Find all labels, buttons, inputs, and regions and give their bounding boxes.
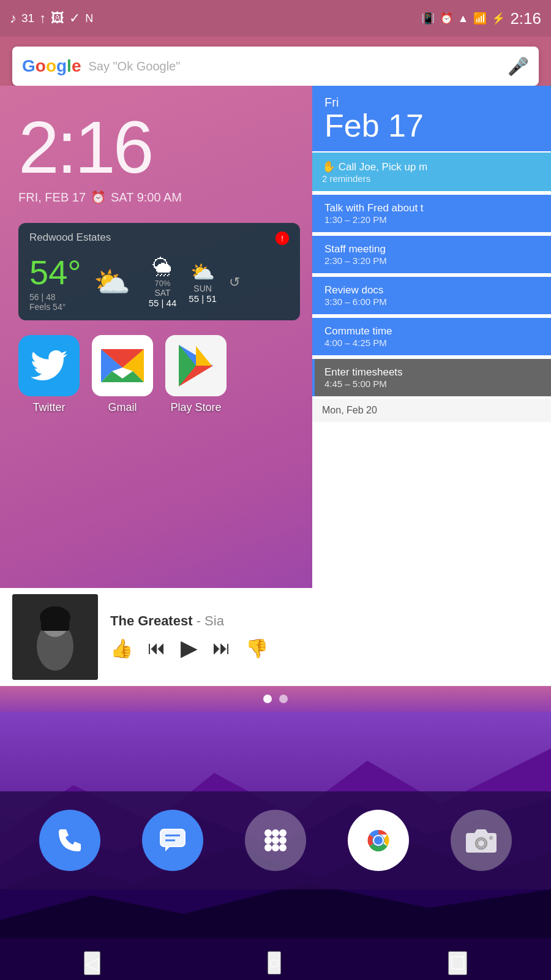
svg-point-46	[489, 836, 493, 840]
svg-point-32	[272, 829, 279, 837]
svg-marker-14	[196, 346, 212, 366]
thumbs-down-button[interactable]: 👎	[246, 638, 268, 659]
svg-rect-26	[160, 829, 185, 846]
cal-event-5-time: 4:45 – 5:00 PM	[324, 379, 541, 389]
gmail-icon[interactable]	[92, 335, 153, 396]
dock-apps-button[interactable]	[245, 810, 306, 871]
signal-icon: N	[85, 12, 93, 25]
playstore-icon[interactable]	[165, 335, 227, 396]
twitter-icon[interactable]	[18, 335, 80, 396]
dock-phone-button[interactable]	[39, 810, 100, 871]
weather-widget: Redwood Estates ! 54° 56 | 48 Feels 54° …	[18, 223, 300, 320]
sun-icon: ⛅	[189, 260, 217, 284]
svg-point-35	[272, 837, 279, 844]
refresh-icon[interactable]: ↺	[229, 274, 240, 290]
playstore-label: Play Store	[170, 401, 221, 414]
weather-temp: 54°	[29, 252, 81, 292]
play-button[interactable]: ▶	[181, 635, 198, 661]
app-row: Twitter Gmail	[18, 335, 300, 414]
sat-label: SAT	[149, 288, 177, 298]
clock-display: 2:16	[18, 110, 300, 184]
dock-chrome-button[interactable]	[348, 810, 409, 871]
cal-event-0[interactable]: ✋ Call Joe, Pick up m 2 reminders	[312, 153, 551, 191]
twitter-label: Twitter	[32, 401, 65, 414]
svg-point-34	[264, 837, 272, 844]
cal-event-2[interactable]: Staff meeting 2:30 – 3:20 PM	[312, 236, 551, 273]
svg-point-33	[279, 829, 287, 837]
vibrate-icon: 📳	[421, 12, 435, 25]
status-icons-left: ♪ 31 ↑ 🖼 ✓ N	[10, 10, 93, 26]
gmail-label: Gmail	[108, 401, 137, 414]
svg-marker-30	[165, 846, 170, 851]
svg-point-36	[279, 837, 287, 844]
cal-event-2-title: Staff meeting	[324, 243, 541, 255]
playstore-app[interactable]: Play Store	[165, 335, 227, 414]
weather-sat: 🌦 70% SAT 55 | 44	[149, 256, 177, 308]
cal-next-label: Mon, Feb 20	[312, 399, 551, 422]
home-button[interactable]: ○	[268, 951, 281, 974]
left-panel: 2:16 FRI, FEB 17 ⏰ SAT 9:00 AM Redwood E…	[0, 86, 312, 588]
today-weather-icon: ⛅	[94, 265, 130, 300]
calendar-panel: Fri Feb 17 ✋ Call Joe, Pick up m 2 remin…	[312, 86, 551, 588]
cal-event-1-title: Talk with Fred about t	[324, 202, 541, 214]
cal-event-3[interactable]: Review docs 3:30 – 6:00 PM	[312, 277, 551, 314]
music-info: The Greatest - Sia 👍 ⏮ ▶ ⏭ 👎	[110, 613, 539, 661]
nav-bar: ◁ ○ ☐	[0, 938, 551, 980]
signal-off-icon: 📶	[473, 12, 487, 25]
svg-point-38	[272, 844, 279, 851]
music-icon: ♪	[10, 10, 17, 26]
music-artist: Sia	[204, 613, 224, 628]
cal-event-3-time: 3:30 – 6:00 PM	[324, 296, 541, 307]
cal-event-4-time: 4:00 – 4:25 PM	[324, 337, 541, 348]
upload-icon: ↑	[39, 10, 46, 26]
svg-point-43	[374, 836, 383, 845]
cal-event-2-time: 2:30 – 3:20 PM	[324, 255, 541, 266]
svg-point-39	[279, 844, 287, 851]
music-now-playing: The Greatest - Sia	[110, 613, 539, 629]
page-dots	[0, 686, 551, 712]
sat-percent: 70%	[149, 279, 177, 288]
status-bar: ♪ 31 ↑ 🖼 ✓ N 📳 ⏰ ▲ 📶 ⚡ 2:16	[0, 0, 551, 37]
weather-alert-badge: !	[276, 232, 289, 245]
alarm-icon: ⏰	[440, 12, 453, 25]
page-dot-1	[263, 695, 272, 703]
cal-event-0-title: ✋ Call Joe, Pick up m	[322, 160, 541, 173]
album-art-image	[12, 594, 98, 680]
search-placeholder: Say "Ok Google"	[88, 59, 508, 74]
image-icon: 🖼	[51, 10, 64, 26]
cal-event-1-time: 1:30 – 2:20 PM	[324, 214, 541, 225]
prev-track-button[interactable]: ⏮	[148, 638, 166, 658]
sun-temps: 55 | 51	[189, 293, 217, 304]
next-track-button[interactable]: ⏭	[212, 638, 231, 658]
recents-button[interactable]: ☐	[448, 951, 467, 975]
thumbs-up-button[interactable]: 👍	[110, 638, 133, 659]
cal-event-4[interactable]: Commute time 4:00 – 4:25 PM	[312, 318, 551, 355]
page-dot-2	[279, 695, 288, 703]
dock-camera-button[interactable]	[451, 810, 512, 871]
cal-event-1[interactable]: Talk with Fred about t 1:30 – 2:20 PM	[312, 195, 551, 232]
cal-event-5[interactable]: Enter timesheets 4:45 – 5:00 PM	[312, 359, 551, 396]
back-button[interactable]: ◁	[84, 951, 100, 975]
twitter-app[interactable]: Twitter	[18, 335, 80, 414]
dock-messages-button[interactable]	[142, 810, 203, 871]
main-area: 2:16 FRI, FEB 17 ⏰ SAT 9:00 AM Redwood E…	[0, 86, 551, 588]
sat-icon: 🌦	[149, 256, 177, 279]
weather-hilo: 56 | 48	[29, 292, 81, 302]
status-icons-right: 📳 ⏰ ▲ 📶 ⚡ 2:16	[421, 9, 541, 28]
svg-point-37	[264, 844, 272, 851]
dock	[0, 791, 551, 889]
music-dash: -	[197, 613, 204, 628]
gmail-app[interactable]: Gmail	[92, 335, 153, 414]
mic-icon[interactable]: 🎤	[508, 56, 529, 77]
svg-point-31	[264, 829, 272, 837]
cal-date: Feb 17	[324, 110, 539, 141]
music-section: The Greatest - Sia 👍 ⏮ ▶ ⏭ 👎	[0, 588, 551, 712]
search-bar[interactable]: Google Say "Ok Google" 🎤	[12, 47, 539, 86]
calendar-header: Fri Feb 17	[312, 86, 551, 151]
date-text: FRI, FEB 17	[18, 190, 86, 205]
weather-feels: Feels 54°	[29, 302, 81, 312]
music-controls: 👍 ⏮ ▶ ⏭ 👎	[110, 635, 539, 661]
status-time: 2:16	[510, 9, 541, 28]
svg-point-20	[42, 621, 69, 631]
google-logo: Google	[22, 56, 81, 76]
